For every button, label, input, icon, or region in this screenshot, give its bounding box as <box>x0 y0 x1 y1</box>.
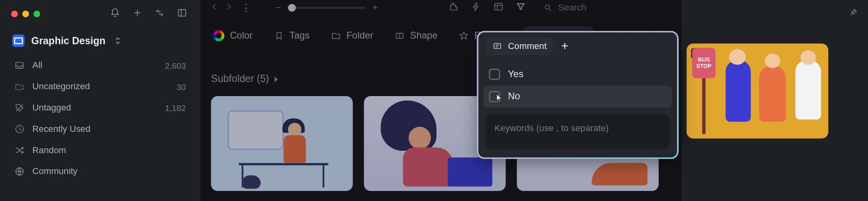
inbox-icon <box>14 60 25 70</box>
zoom-control: − + <box>276 2 378 12</box>
app-window: Graphic Design All 2,603 Uncategorized 3… <box>0 0 868 201</box>
search-field[interactable] <box>538 2 672 12</box>
popover-title-pill: Comment <box>485 37 553 55</box>
globe-icon <box>14 166 25 176</box>
sidebar-item-community[interactable]: Community <box>7 162 194 181</box>
zoom-out-button[interactable]: − <box>276 2 281 12</box>
sidebar-item-untagged[interactable]: Untagged 1,182 <box>7 98 194 117</box>
svg-rect-1 <box>16 62 23 68</box>
zoom-in-button[interactable]: + <box>373 2 378 12</box>
library-title: Graphic Design <box>31 35 106 47</box>
checkbox-unchecked-icon[interactable] <box>489 69 500 80</box>
sidebar-item-count: 30 <box>176 82 186 91</box>
notifications-icon[interactable] <box>110 8 120 20</box>
chevron-up-down-icon <box>115 36 121 45</box>
pin-icon[interactable] <box>849 8 858 16</box>
actions-icon[interactable] <box>471 1 481 14</box>
popover-add-button[interactable]: + <box>561 39 568 53</box>
zoom-slider-knob[interactable] <box>288 4 296 11</box>
sidebar: Graphic Design All 2,603 Uncategorized 3… <box>0 0 201 201</box>
search-icon <box>544 2 553 12</box>
svg-rect-0 <box>178 10 186 16</box>
library-switcher[interactable]: Graphic Design <box>0 27 201 55</box>
titlebar <box>0 1 201 27</box>
sidebar-item-random[interactable]: Random <box>7 141 194 160</box>
folder-dashed-icon <box>14 82 25 92</box>
sidebar-item-label: Untagged <box>33 103 71 113</box>
back-button[interactable] <box>210 2 219 13</box>
comment-option-no[interactable]: No <box>483 86 672 108</box>
sidebar-item-label: Random <box>33 145 66 155</box>
forward-button[interactable] <box>224 2 233 13</box>
sync-icon[interactable] <box>155 8 165 20</box>
library-icon <box>12 35 25 47</box>
svg-point-5 <box>545 4 550 9</box>
sidebar-item-label: Recently Used <box>33 124 91 134</box>
bookmark-icon <box>274 31 284 41</box>
filter-folder[interactable]: Folder <box>328 27 375 45</box>
main-area: ⋮ − + Color <box>201 0 681 201</box>
comment-option-yes[interactable]: Yes <box>483 63 672 86</box>
keywords-input[interactable]: Keywords (use , to separate) <box>485 115 669 149</box>
add-icon[interactable] <box>132 8 142 20</box>
sidebar-item-recent[interactable]: Recently Used <box>7 119 194 138</box>
maximize-window-button[interactable] <box>33 10 40 17</box>
more-menu-icon[interactable]: ⋮ <box>241 1 251 14</box>
toggle-sidebar-icon[interactable] <box>177 8 187 20</box>
sidebar-item-count: 1,182 <box>165 103 186 113</box>
svg-rect-8 <box>494 43 501 49</box>
sidebar-item-label: All <box>33 60 43 70</box>
svg-rect-4 <box>495 3 502 10</box>
layout-icon[interactable] <box>493 1 504 14</box>
window-controls <box>7 10 40 17</box>
bus-stop-sign: BUSSTOP <box>692 48 715 78</box>
shuffle-icon <box>14 145 25 155</box>
sidebar-item-count: 2,603 <box>165 61 186 70</box>
comment-filter-popover: Comment + Yes No Keywords (use , to sepa… <box>478 32 678 158</box>
zoom-slider[interactable] <box>288 6 366 9</box>
filter-shape[interactable]: Shape <box>392 27 440 45</box>
cursor-icon <box>493 93 504 103</box>
thumbnail-1[interactable] <box>211 96 353 191</box>
chevron-right-icon <box>274 76 279 82</box>
sidebar-item-all[interactable]: All 2,603 <box>7 56 194 75</box>
tag-off-icon <box>14 103 25 113</box>
star-icon <box>459 31 469 41</box>
top-toolbar: ⋮ − + <box>201 0 681 15</box>
folder-icon <box>331 31 341 41</box>
clock-icon <box>14 124 25 134</box>
extensions-icon[interactable] <box>449 1 459 14</box>
sidebar-item-label: Uncategorized <box>33 82 90 92</box>
shape-icon <box>395 31 405 41</box>
close-window-button[interactable] <box>11 10 18 17</box>
filter-tags[interactable]: Tags <box>272 27 312 45</box>
sidebar-item-label: Community <box>33 166 78 176</box>
color-wheel-icon <box>213 30 225 41</box>
popover-title: Comment <box>508 41 547 51</box>
comment-icon <box>492 41 502 51</box>
thumbnail-4[interactable]: JPG BUSSTOP <box>686 43 828 138</box>
sidebar-nav: All 2,603 Uncategorized 30 Untagged 1,18… <box>0 55 201 182</box>
filter-color[interactable]: Color <box>211 27 255 45</box>
filter-icon[interactable] <box>516 1 526 14</box>
search-input[interactable] <box>558 2 667 12</box>
sidebar-item-uncategorized[interactable]: Uncategorized 30 <box>7 77 194 96</box>
minimize-window-button[interactable] <box>23 10 29 17</box>
